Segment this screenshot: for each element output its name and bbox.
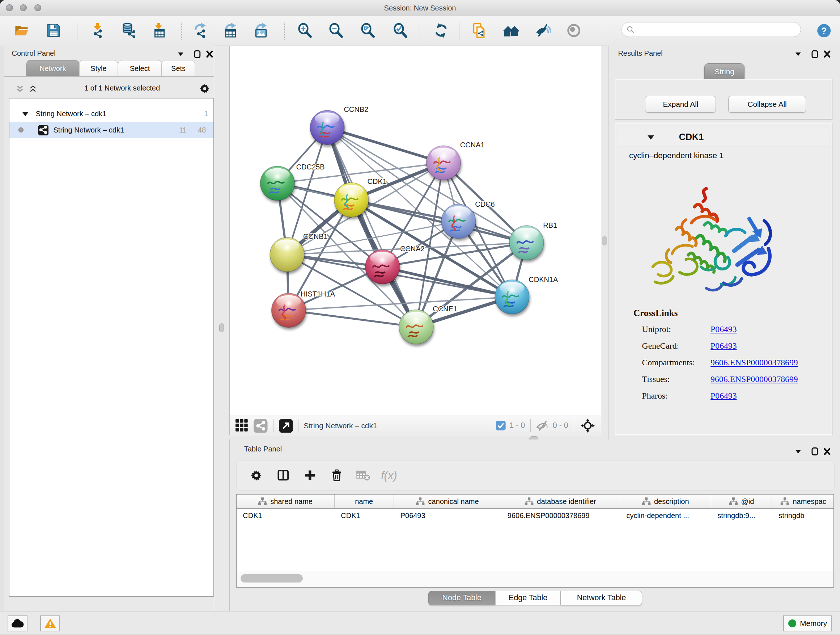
close-table-icon[interactable] (823, 447, 831, 456)
edge-CCNB2-CCNE1[interactable] (327, 127, 416, 327)
tab-network-table[interactable]: Network Table (561, 591, 642, 605)
zoom-in-button[interactable] (295, 21, 314, 40)
network-collection-row[interactable]: String Network – cdk1 1 (9, 106, 213, 122)
collapse-panel-icon[interactable] (177, 50, 185, 59)
import-table-button[interactable] (149, 21, 169, 40)
export-network-button[interactable] (191, 21, 210, 40)
left-splitter-handle[interactable] (219, 323, 224, 333)
zoom-out-button[interactable] (326, 21, 346, 40)
tab-network[interactable]: Network (27, 60, 80, 77)
edge-CCNB2-CCNA1[interactable] (327, 127, 443, 163)
copy-network-button[interactable] (470, 21, 489, 40)
cell[interactable]: stringdb:9... (711, 511, 772, 520)
import-database-button[interactable] (119, 21, 138, 40)
column-header-id[interactable]: @id (711, 494, 772, 508)
float-panel-icon[interactable] (194, 50, 202, 59)
zoom-fit-button[interactable] (358, 21, 377, 40)
birdseye-grid-icon[interactable] (235, 419, 248, 432)
crosslink-value-link[interactable]: P06493 (711, 324, 737, 335)
collection-expand-icon[interactable] (21, 110, 29, 119)
column-header-databaseidentifier[interactable]: database identifier (501, 494, 620, 508)
cell[interactable]: cyclin-dependent ... (620, 511, 711, 520)
tab-node-table[interactable]: Node Table (428, 591, 495, 605)
tab-select[interactable]: Select (118, 60, 162, 77)
node-table[interactable]: shared namenamecanonical namedatabase id… (236, 494, 834, 587)
navigator-crosshair-icon[interactable] (580, 418, 595, 433)
cell[interactable]: CDK1 (237, 511, 335, 520)
network-view-toolbar: String Network – cdk1 1 - 0 0 - 0 (229, 416, 601, 435)
cell[interactable]: 9606.ENSP00000378699 (501, 511, 620, 520)
tab-edge-table[interactable]: Edge Table (495, 591, 561, 605)
node-CDC6[interactable] (441, 204, 476, 239)
column-header-namespac[interactable]: namespac (772, 494, 834, 508)
open-external-icon[interactable] (279, 419, 293, 433)
cell[interactable]: CDK1 (335, 511, 394, 520)
column-header-description[interactable]: description (620, 494, 711, 508)
delete-column-icon[interactable] (323, 466, 350, 485)
hide-selected-button[interactable] (533, 21, 552, 40)
zoom-selected-button[interactable] (391, 21, 410, 40)
import-network-button[interactable] (88, 21, 107, 40)
right-splitter-handle[interactable] (602, 236, 607, 245)
network-options-gear-icon[interactable] (199, 83, 210, 94)
search-box[interactable] (622, 22, 801, 37)
show-columns-icon[interactable] (270, 466, 296, 485)
edge-CCNA2-CDKN1A[interactable] (382, 267, 512, 297)
refresh-button[interactable] (431, 21, 450, 40)
network-share-icon[interactable] (254, 419, 268, 433)
node-CDC25B[interactable] (260, 166, 294, 201)
save-session-button[interactable] (44, 21, 63, 40)
node-CCNB2[interactable] (310, 111, 344, 145)
tab-style[interactable]: Style (79, 60, 118, 77)
table-hscrollbar-thumb[interactable] (240, 574, 303, 582)
node-CDK1[interactable] (334, 182, 369, 217)
cell[interactable]: stringdb (772, 511, 834, 520)
tab-sets[interactable]: Sets (162, 60, 195, 77)
table-hscrollbar[interactable] (237, 571, 833, 587)
network-canvas[interactable]: CCNB2CCNA1CDC25BCDK1CDC6RB1CCNB1CCNA2CDK… (229, 46, 601, 416)
add-column-icon[interactable] (296, 466, 323, 485)
node-CCNA1[interactable] (426, 146, 461, 180)
node-CDKN1A[interactable] (495, 280, 529, 314)
close-panel-icon[interactable] (206, 50, 214, 59)
memory-button[interactable]: Memory (783, 616, 832, 631)
crosslink-value-link[interactable]: 9606.ENSP00000378699 (711, 357, 798, 368)
column-header-sharedname[interactable]: shared name (237, 494, 335, 508)
edge-HIST1H1A-CCNE1[interactable] (289, 310, 416, 327)
float-results-icon[interactable] (811, 50, 819, 59)
collapse-results-icon[interactable] (794, 50, 802, 59)
node-CCNA2[interactable] (365, 250, 399, 284)
node-RB1[interactable] (509, 226, 544, 260)
gene-section-header[interactable]: CDK1 (617, 128, 829, 147)
cell[interactable]: P06493 (394, 511, 501, 520)
crosslink-value-link[interactable]: P06493 (711, 391, 737, 402)
first-neighbors-button[interactable] (501, 21, 521, 40)
warning-status-button[interactable] (40, 616, 60, 631)
open-session-button[interactable] (12, 21, 32, 40)
collapse-all-button[interactable]: Collapse All (728, 96, 806, 112)
node-HIST1H1A[interactable] (271, 293, 306, 328)
edge-CDK1-RB1[interactable] (351, 200, 526, 242)
column-header-name[interactable]: name (335, 494, 394, 508)
network-row[interactable]: String Network – cdk1 11 48 (9, 122, 213, 138)
help-button[interactable]: ? (814, 21, 834, 40)
export-image-button[interactable] (252, 21, 271, 40)
string-tab[interactable]: String (704, 63, 745, 80)
float-table-icon[interactable] (811, 447, 819, 456)
node-CCNB1[interactable] (270, 238, 304, 272)
crosslink-value-link[interactable]: 9606.ENSP00000378699 (711, 374, 798, 385)
cloud-status-button[interactable] (8, 616, 27, 631)
column-header-canonicalname[interactable]: canonical name (394, 494, 501, 508)
show-all-button[interactable] (564, 21, 583, 40)
gene-expand-icon[interactable] (647, 133, 655, 142)
collapse-table-icon[interactable] (794, 447, 802, 456)
selected-checkbox-icon[interactable] (496, 421, 506, 431)
export-table-button[interactable] (221, 21, 240, 40)
node-CCNE1[interactable] (399, 310, 433, 344)
close-results-icon[interactable] (823, 50, 831, 59)
table-options-gear-icon[interactable] (243, 466, 270, 485)
expand-all-button[interactable]: Expand All (645, 96, 716, 112)
crosslink-value-link[interactable]: P06493 (711, 340, 737, 352)
search-input[interactable] (635, 25, 787, 34)
hidden-eye-icon[interactable] (536, 419, 549, 432)
